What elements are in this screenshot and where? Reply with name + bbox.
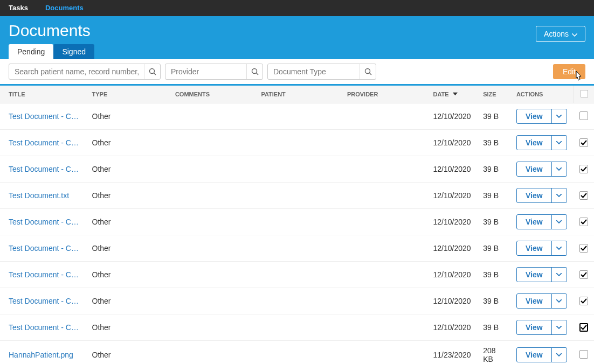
view-button[interactable]: View — [517, 241, 551, 255]
subtab-pending[interactable]: Pending — [9, 44, 53, 59]
cell-provider — [342, 209, 428, 235]
cell-date: 12/10/2020 — [427, 130, 478, 156]
view-button[interactable]: View — [517, 215, 551, 229]
view-dropdown-toggle[interactable] — [551, 188, 567, 202]
subtab-signed[interactable]: Signed — [53, 44, 94, 59]
page-title: Documents — [9, 22, 585, 40]
th-provider[interactable]: PROVIDER — [342, 86, 428, 103]
view-dropdown-toggle[interactable] — [551, 320, 567, 334]
cell-provider — [342, 341, 428, 365]
cell-date: 12/10/2020 — [427, 103, 478, 130]
view-dropdown-toggle[interactable] — [551, 294, 567, 308]
view-dropdown-toggle[interactable] — [551, 348, 567, 362]
th-title[interactable]: TITLE — [0, 86, 87, 103]
document-title-link[interactable]: Test Document - C… — [9, 323, 79, 332]
document-title-link[interactable]: Test Document - C… — [9, 218, 79, 226]
search-input[interactable] — [9, 64, 144, 79]
cell-date: 12/10/2020 — [427, 288, 478, 314]
document-title-link[interactable]: Test Document - C… — [9, 270, 79, 279]
row-checkbox[interactable] — [579, 350, 588, 359]
cell-provider — [342, 314, 428, 341]
cell-patient — [255, 262, 342, 288]
svg-point-2 — [252, 69, 257, 74]
table-row: Test Document - C…Other12/10/202039 BVie… — [0, 209, 594, 235]
view-dropdown-toggle[interactable] — [551, 136, 567, 150]
document-title-link[interactable]: Test Document - C… — [9, 297, 79, 305]
tab-tasks[interactable]: Tasks — [0, 0, 37, 16]
view-button[interactable]: View — [517, 348, 551, 362]
edit-button[interactable]: Edit — [553, 64, 585, 79]
view-button[interactable]: View — [517, 188, 551, 202]
search-icon[interactable] — [144, 64, 160, 79]
search-icon[interactable] — [246, 64, 263, 79]
cell-patient — [255, 235, 342, 262]
th-type[interactable]: TYPE — [87, 86, 170, 103]
view-dropdown-toggle[interactable] — [551, 162, 567, 176]
table-row: Test Document - C…Other12/10/202039 BVie… — [0, 103, 594, 130]
row-checkbox[interactable] — [579, 111, 588, 120]
svg-point-4 — [365, 69, 370, 74]
th-actions: ACTIONS — [511, 86, 574, 103]
sub-tabs: Pending Signed — [9, 44, 585, 59]
th-select-all[interactable] — [574, 86, 594, 103]
view-button[interactable]: View — [517, 162, 551, 176]
select-all-checkbox[interactable] — [581, 90, 588, 97]
cell-size: 39 B — [478, 209, 511, 235]
row-checkbox[interactable] — [579, 270, 588, 279]
svg-point-0 — [149, 69, 154, 74]
view-button[interactable]: View — [517, 109, 551, 123]
document-title-link[interactable]: Test Document.txt — [9, 191, 69, 200]
row-checkbox[interactable] — [579, 323, 588, 332]
cell-patient — [255, 130, 342, 156]
row-checkbox[interactable] — [579, 244, 588, 253]
th-date[interactable]: DATE — [427, 86, 478, 103]
cell-patient — [255, 314, 342, 341]
view-button[interactable]: View — [517, 268, 551, 282]
table-scroll[interactable]: TITLE TYPE COMMENTS PATIENT PROVIDER DAT… — [0, 86, 594, 364]
row-checkbox[interactable] — [579, 218, 588, 226]
doctype-input[interactable] — [268, 64, 360, 79]
view-button[interactable]: View — [517, 320, 551, 334]
cell-type: Other — [87, 341, 170, 365]
svg-line-1 — [154, 73, 156, 75]
view-dropdown-toggle[interactable] — [551, 241, 567, 255]
view-split-button: View — [516, 214, 567, 229]
search-icon[interactable] — [360, 64, 376, 79]
document-title-link[interactable]: Test Document - C… — [9, 112, 79, 121]
th-patient[interactable]: PATIENT — [255, 86, 342, 103]
cell-date: 12/10/2020 — [427, 262, 478, 288]
table-row: Test Document - C…Other12/10/202039 BVie… — [0, 156, 594, 183]
tab-documents[interactable]: Documents — [37, 0, 92, 16]
document-title-link[interactable]: Test Document - C… — [9, 138, 79, 147]
document-title-link[interactable]: HannahPatient.png — [9, 351, 73, 359]
page-header: Documents Actions Pending Signed — [0, 16, 594, 59]
view-button[interactable]: View — [517, 136, 551, 150]
table-row: Test Document - C…Other12/10/202039 BVie… — [0, 262, 594, 288]
view-dropdown-toggle[interactable] — [551, 109, 567, 123]
document-title-link[interactable]: Test Document - C… — [9, 244, 79, 253]
row-checkbox[interactable] — [579, 191, 588, 200]
cell-provider — [342, 183, 428, 209]
cell-patient — [255, 183, 342, 209]
view-button[interactable]: View — [517, 294, 551, 308]
view-dropdown-toggle[interactable] — [551, 215, 567, 229]
row-checkbox[interactable] — [579, 138, 588, 147]
actions-dropdown[interactable]: Actions — [536, 26, 585, 42]
view-split-button: View — [516, 347, 567, 362]
cell-comments — [170, 209, 256, 235]
provider-input[interactable] — [165, 64, 246, 79]
th-size[interactable]: SIZE — [478, 86, 511, 103]
cell-comments — [170, 156, 256, 183]
th-comments[interactable]: COMMENTS — [170, 86, 256, 103]
view-dropdown-toggle[interactable] — [551, 268, 567, 282]
cell-type: Other — [87, 183, 170, 209]
table-row: Test Document - C…Other12/10/202039 BVie… — [0, 130, 594, 156]
table-row: Test Document.txtOther12/10/202039 BView — [0, 183, 594, 209]
document-title-link[interactable]: Test Document - C… — [9, 165, 79, 173]
search-patient-box — [9, 64, 161, 80]
row-checkbox[interactable] — [579, 297, 588, 305]
cell-date: 11/23/2020 — [427, 341, 478, 365]
row-checkbox[interactable] — [579, 165, 588, 173]
filter-bar: Edit — [0, 59, 594, 86]
cell-provider — [342, 262, 428, 288]
